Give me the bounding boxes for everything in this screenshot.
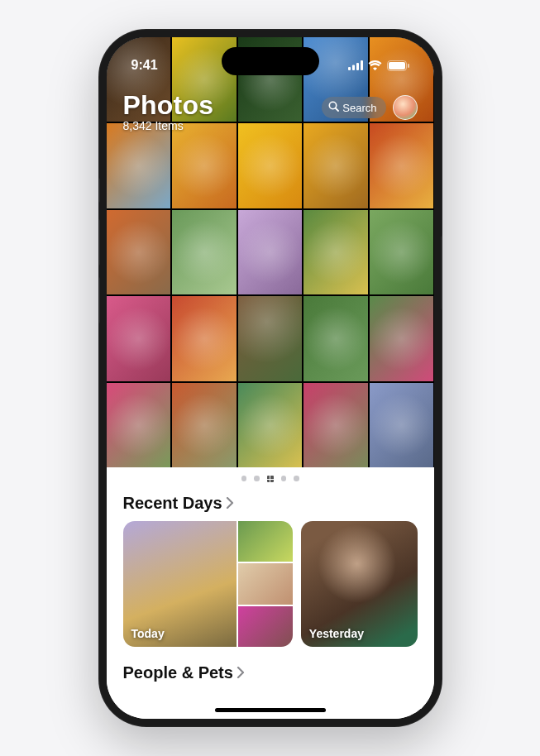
search-icon: [328, 101, 339, 114]
title-block: Photos 8,342 Items: [123, 90, 214, 132]
card-photo-tile: [238, 521, 293, 562]
svg-line-8: [336, 108, 338, 111]
day-card-label: Today: [131, 627, 165, 640]
photo-thumbnail[interactable]: [107, 383, 171, 467]
pager-dot[interactable]: [241, 476, 247, 481]
side-button: [441, 236, 442, 310]
chevron-right-icon: [226, 494, 234, 513]
zoom-pager[interactable]: [107, 476, 434, 482]
card-photo-tile: [238, 563, 293, 604]
photo-thumbnail[interactable]: [172, 296, 237, 380]
pager-dot[interactable]: [281, 476, 287, 481]
photo-thumbnail[interactable]: [303, 383, 368, 467]
status-time: 9:41: [131, 58, 158, 73]
wifi-icon: [368, 60, 382, 70]
battery-icon: [387, 60, 409, 71]
photo-thumbnail[interactable]: [303, 210, 368, 294]
svg-rect-0: [348, 67, 351, 70]
people-pets-header[interactable]: People & Pets: [107, 647, 434, 682]
recent-days-header[interactable]: Recent Days: [107, 494, 434, 521]
photo-thumbnail[interactable]: [370, 210, 434, 294]
pager-dot[interactable]: [294, 476, 299, 481]
profile-avatar[interactable]: [393, 95, 418, 120]
pager-dot[interactable]: [254, 476, 260, 481]
pager-dot-active[interactable]: [267, 476, 274, 482]
library-header: Photos 8,342 Items Search: [107, 85, 434, 139]
section-title: People & Pets: [123, 663, 233, 682]
status-indicators: [348, 60, 409, 71]
photo-thumbnail[interactable]: [238, 210, 303, 294]
svg-rect-2: [356, 63, 359, 70]
search-button[interactable]: Search: [322, 97, 385, 118]
volume-down-button: [98, 277, 100, 323]
item-count: 8,342 Items: [123, 119, 214, 132]
search-label: Search: [342, 102, 376, 114]
header-actions: Search: [322, 95, 417, 120]
day-card-yesterday[interactable]: Yesterday: [301, 521, 418, 647]
photo-thumbnail[interactable]: [370, 296, 434, 380]
section-title: Recent Days: [123, 494, 222, 513]
photo-thumbnail[interactable]: [238, 383, 303, 467]
home-indicator[interactable]: [215, 708, 326, 712]
page-title: Photos: [123, 90, 214, 121]
mute-switch: [98, 178, 100, 203]
recent-days-cards[interactable]: Today Yesterday: [107, 521, 434, 647]
photo-thumbnail[interactable]: [172, 210, 237, 294]
cellular-signal-icon: [348, 60, 363, 70]
collections-panel[interactable]: Recent Days Today Yesterday Peopl: [107, 467, 434, 719]
photo-thumbnail[interactable]: [107, 296, 171, 380]
svg-rect-1: [352, 65, 355, 71]
day-card-today[interactable]: Today: [123, 521, 293, 647]
card-photo-tile: [238, 606, 293, 647]
chevron-right-icon: [237, 663, 245, 682]
photo-thumbnail[interactable]: [370, 383, 434, 467]
volume-up-button: [98, 219, 100, 266]
svg-rect-6: [408, 64, 409, 68]
photo-thumbnail[interactable]: [238, 296, 303, 380]
screen: 9:41: [107, 37, 434, 719]
svg-rect-5: [389, 62, 405, 69]
photo-thumbnail[interactable]: [303, 296, 368, 380]
photo-thumbnail[interactable]: [107, 210, 171, 294]
day-card-label: Yesterday: [309, 627, 364, 640]
photo-thumbnail[interactable]: [172, 383, 237, 467]
dynamic-island: [222, 47, 319, 75]
svg-rect-3: [361, 60, 363, 70]
iphone-device-frame: 9:41: [98, 29, 442, 727]
